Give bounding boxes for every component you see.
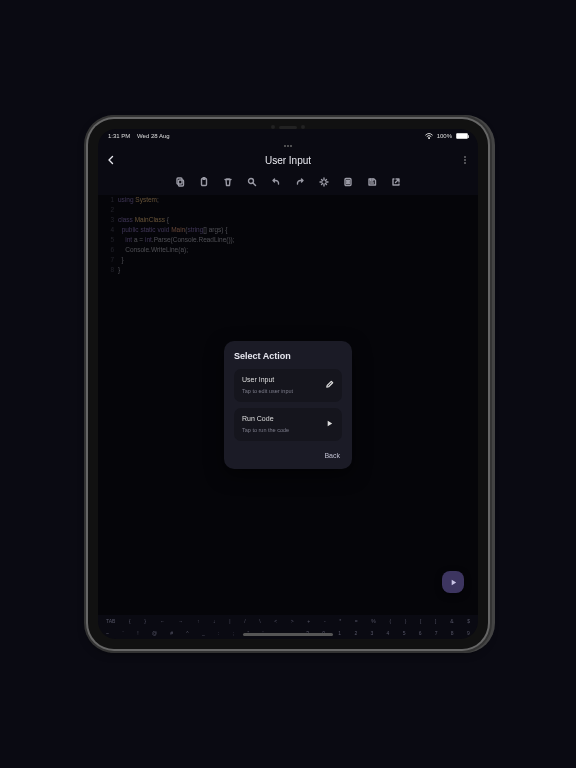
- page-title: User Input: [265, 155, 311, 166]
- play-icon: [325, 419, 334, 431]
- toolbar: [98, 171, 478, 195]
- key[interactable]: !: [137, 630, 138, 636]
- battery-percent: 100%: [437, 133, 452, 139]
- save-icon: [367, 177, 377, 187]
- status-left: 1:31 PM Wed 28 Aug: [108, 133, 170, 139]
- svg-point-1: [464, 156, 466, 158]
- key[interactable]: +: [307, 618, 310, 624]
- kebab-icon: [460, 155, 470, 165]
- copy-button[interactable]: [175, 177, 185, 187]
- key[interactable]: 1: [338, 630, 341, 636]
- key[interactable]: -: [324, 618, 326, 624]
- key[interactable]: 5: [403, 630, 406, 636]
- undo-icon: [271, 177, 281, 187]
- key[interactable]: ↑: [197, 618, 200, 624]
- list-icon: [343, 177, 353, 187]
- save-button[interactable]: [367, 177, 377, 187]
- code-editor[interactable]: 12345678 using System; class MainClass {…: [98, 195, 478, 615]
- svg-point-0: [428, 138, 429, 139]
- key[interactable]: (: [389, 618, 391, 624]
- key[interactable]: 9: [467, 630, 470, 636]
- key[interactable]: ): [405, 618, 407, 624]
- svg-point-2: [464, 159, 466, 161]
- key[interactable]: %: [371, 618, 375, 624]
- key[interactable]: [: [420, 618, 421, 624]
- redo-button[interactable]: [295, 177, 305, 187]
- battery-icon: [456, 133, 468, 139]
- run-code-action[interactable]: Run Code Tap to run the code: [234, 408, 342, 441]
- home-indicator[interactable]: [243, 633, 333, 636]
- key[interactable]: 6: [419, 630, 422, 636]
- tablet-frame: 1:31 PM Wed 28 Aug 100% User Input: [88, 119, 488, 649]
- status-time: 1:31 PM: [108, 133, 130, 139]
- open-external-button[interactable]: [391, 177, 401, 187]
- action-subtitle: Tap to run the code: [242, 425, 289, 435]
- search-button[interactable]: [247, 177, 257, 187]
- run-fab[interactable]: [442, 571, 464, 593]
- symbol-row-1[interactable]: TAB{}←→↑↓|/\<>+-*=%()[]&$: [98, 615, 478, 627]
- svg-rect-4: [177, 178, 182, 184]
- svg-point-3: [464, 162, 466, 164]
- key[interactable]: {: [129, 618, 131, 624]
- redo-icon: [295, 177, 305, 187]
- menu-button[interactable]: [460, 155, 470, 165]
- modal-title: Select Action: [234, 351, 342, 361]
- search-icon: [247, 177, 257, 187]
- key[interactable]: →: [178, 618, 183, 624]
- select-action-modal: Select Action User Input Tap to edit use…: [224, 341, 352, 469]
- key[interactable]: ↓: [213, 618, 216, 624]
- status-bar: 1:31 PM Wed 28 Aug 100%: [98, 129, 478, 143]
- modal-overlay[interactable]: Select Action User Input Tap to edit use…: [98, 195, 478, 615]
- key[interactable]: $: [467, 618, 470, 624]
- back-button[interactable]: [106, 155, 116, 165]
- action-title: User Input: [242, 375, 293, 385]
- key[interactable]: _: [202, 630, 205, 636]
- status-date: Wed 28 Aug: [137, 133, 170, 139]
- key[interactable]: TAB: [106, 618, 115, 624]
- key[interactable]: `: [122, 630, 124, 636]
- key[interactable]: &: [450, 618, 453, 624]
- svg-rect-5: [179, 180, 184, 186]
- key[interactable]: |: [229, 618, 230, 624]
- format-button[interactable]: [319, 177, 329, 187]
- key[interactable]: ]: [435, 618, 436, 624]
- key[interactable]: 8: [451, 630, 454, 636]
- paste-button[interactable]: [199, 177, 209, 187]
- key[interactable]: >: [291, 618, 294, 624]
- toggle-button[interactable]: [343, 177, 353, 187]
- key[interactable]: /: [244, 618, 245, 624]
- external-icon: [391, 177, 401, 187]
- key[interactable]: \: [259, 618, 260, 624]
- edit-icon: [325, 380, 334, 392]
- chevron-left-icon: [106, 155, 116, 165]
- key[interactable]: ;: [233, 630, 234, 636]
- copy-icon: [175, 177, 185, 187]
- key[interactable]: }: [144, 618, 146, 624]
- clipboard-icon: [199, 177, 209, 187]
- status-right: 100%: [425, 133, 468, 139]
- action-subtitle: Tap to edit user input: [242, 386, 293, 396]
- key[interactable]: #: [170, 630, 173, 636]
- key[interactable]: ~: [106, 630, 109, 636]
- key[interactable]: @: [152, 630, 157, 636]
- play-icon: [449, 578, 458, 587]
- delete-button[interactable]: [223, 177, 233, 187]
- app-header: User Input: [98, 149, 478, 171]
- key[interactable]: :: [218, 630, 219, 636]
- key[interactable]: <: [274, 618, 277, 624]
- key[interactable]: 2: [354, 630, 357, 636]
- key[interactable]: ^: [186, 630, 188, 636]
- key[interactable]: 3: [370, 630, 373, 636]
- action-title: Run Code: [242, 414, 289, 424]
- key[interactable]: 7: [435, 630, 438, 636]
- screen: 1:31 PM Wed 28 Aug 100% User Input: [98, 129, 478, 639]
- modal-back-button[interactable]: Back: [234, 447, 342, 461]
- key[interactable]: =: [355, 618, 358, 624]
- key[interactable]: *: [339, 618, 341, 624]
- wifi-icon: [425, 133, 433, 139]
- user-input-action[interactable]: User Input Tap to edit user input: [234, 369, 342, 402]
- sparkle-icon: [319, 177, 329, 187]
- key[interactable]: 4: [387, 630, 390, 636]
- undo-button[interactable]: [271, 177, 281, 187]
- key[interactable]: ←: [160, 618, 165, 624]
